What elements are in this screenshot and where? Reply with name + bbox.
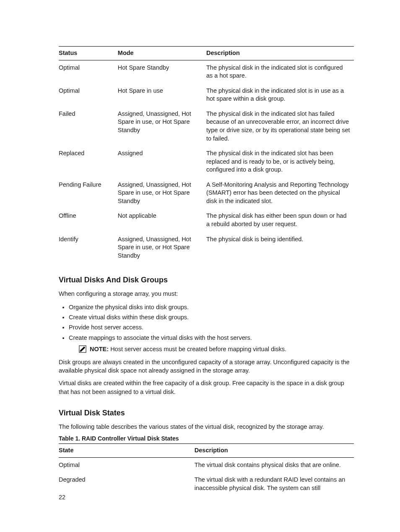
th-description: Description	[195, 444, 354, 458]
table-row: Replaced Assigned The physical disk in t…	[59, 146, 354, 177]
cell-status: Identify	[59, 232, 118, 263]
cell-mode: Not applicable	[118, 209, 206, 232]
cell-description: A Self-Monitoring Analysis and Reporting…	[206, 177, 354, 209]
bullet-list: Organize the physical disks into disk gr…	[69, 303, 354, 343]
table-row: Identify Assigned, Unassigned, Hot Spare…	[59, 232, 354, 263]
table-row: Optimal The virtual disk contains physic…	[59, 457, 354, 472]
cell-state: Optimal	[59, 457, 195, 472]
cell-description: The virtual disk with a redundant RAID l…	[195, 472, 354, 495]
cell-mode: Assigned	[118, 146, 206, 177]
note-callout: NOTE: Host server access must be created…	[79, 345, 354, 353]
cell-description: The physical disk in the indicated slot …	[206, 83, 354, 107]
cell-description: The physical disk in the indicated slot …	[206, 107, 354, 146]
table-row: Offline Not applicable The physical disk…	[59, 209, 354, 232]
cell-mode: Assigned, Unassigned, Hot Spare in use, …	[118, 232, 206, 263]
cell-mode: Assigned, Unassigned, Hot Spare in use, …	[118, 107, 206, 146]
paragraph-intro: When configuring a storage array, you mu…	[59, 289, 354, 298]
table-row: Failed Assigned, Unassigned, Hot Spare i…	[59, 107, 354, 146]
list-item: Provide host server access.	[69, 323, 354, 332]
cell-description: The physical disk has either been spun d…	[206, 209, 354, 232]
th-mode: Mode	[118, 47, 206, 60]
cell-status: Optimal	[59, 83, 118, 107]
note-body: Host server access must be created befor…	[109, 346, 286, 352]
heading-virtual-disks-and-disk-groups: Virtual Disks And Disk Groups	[59, 276, 354, 284]
cell-state: Degraded	[59, 472, 195, 495]
cell-status: Pending Failure	[59, 177, 118, 209]
heading-virtual-disk-states: Virtual Disk States	[59, 409, 354, 417]
table-row: Degraded The virtual disk with a redunda…	[59, 472, 354, 495]
cell-mode: Hot Spare Standby	[118, 60, 206, 83]
physical-disk-status-table: Status Mode Description Optimal Hot Spar…	[59, 46, 354, 263]
page-number: 22	[59, 494, 65, 501]
cell-description: The physical disk in the indicated slot …	[206, 146, 354, 177]
cell-status: Replaced	[59, 146, 118, 177]
list-item: Create virtual disks within these disk g…	[69, 313, 354, 322]
paragraph: Disk groups are always created in the un…	[59, 358, 354, 375]
note-icon	[79, 345, 86, 353]
paragraph-intro: The following table describes the variou…	[59, 422, 354, 431]
cell-status: Failed	[59, 107, 118, 146]
table-row: Optimal Hot Spare Standby The physical d…	[59, 60, 354, 83]
cell-mode: Hot Spare in use	[118, 83, 206, 107]
cell-mode: Assigned, Unassigned, Hot Spare in use, …	[118, 177, 206, 209]
document-page: Status Mode Description Optimal Hot Spar…	[0, 0, 400, 532]
cell-description: The physical disk in the indicated slot …	[206, 60, 354, 83]
note-label: NOTE:	[90, 346, 109, 352]
th-state: State	[59, 444, 195, 458]
cell-description: The virtual disk contains physical disks…	[195, 457, 354, 472]
table-row: Optimal Hot Spare in use The physical di…	[59, 83, 354, 107]
list-item: Organize the physical disks into disk gr…	[69, 303, 354, 312]
note-text: NOTE: Host server access must be created…	[90, 345, 286, 353]
cell-status: Offline	[59, 209, 118, 232]
paragraph: Virtual disks are created within the fre…	[59, 379, 354, 396]
table-caption: Table 1. RAID Controller Virtual Disk St…	[59, 435, 354, 442]
table-row: Pending Failure Assigned, Unassigned, Ho…	[59, 177, 354, 209]
cell-description: The physical disk is being identified.	[206, 232, 354, 263]
virtual-disk-states-table: State Description Optimal The virtual di…	[59, 443, 354, 495]
list-item: Create mappings to associate the virtual…	[69, 333, 354, 342]
cell-status: Optimal	[59, 60, 118, 83]
th-description: Description	[206, 47, 354, 60]
th-status: Status	[59, 47, 118, 60]
